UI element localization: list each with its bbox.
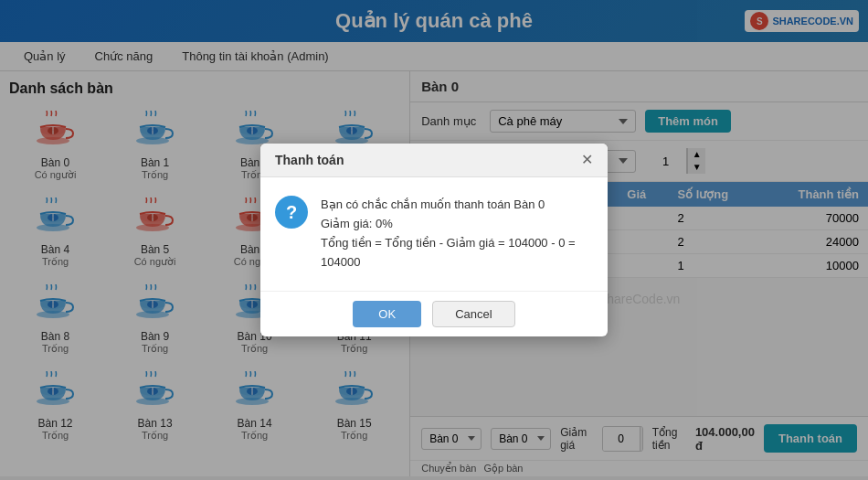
modal-header: Thanh toán ✕ xyxy=(260,144,608,177)
modal-cancel-button[interactable]: Cancel xyxy=(432,301,514,327)
thanh-toan-modal: Thanh toán ✕ ? Bạn có chắc chắn muốn tha… xyxy=(260,144,608,336)
modal-message-line1: Bạn có chắc chắn muốn thanh toán Bàn 0 xyxy=(321,196,593,215)
modal-close-button[interactable]: ✕ xyxy=(581,153,593,167)
modal-info-icon: ? xyxy=(275,196,308,229)
modal-footer: OK Cancel xyxy=(260,291,608,336)
modal-ok-button[interactable]: OK xyxy=(353,301,421,327)
modal-message-line2: Giảm giá: 0% xyxy=(321,215,593,234)
modal-message: Bạn có chắc chắn muốn thanh toán Bàn 0 G… xyxy=(321,196,593,272)
modal-body: ? Bạn có chắc chắn muốn thanh toán Bàn 0… xyxy=(260,177,608,290)
modal-title: Thanh toán xyxy=(275,153,344,167)
modal-message-line3: Tổng tiền = Tổng tiền - Giảm giá = 10400… xyxy=(321,234,593,272)
modal-overlay[interactable]: Thanh toán ✕ ? Bạn có chắc chắn muốn tha… xyxy=(0,0,868,480)
